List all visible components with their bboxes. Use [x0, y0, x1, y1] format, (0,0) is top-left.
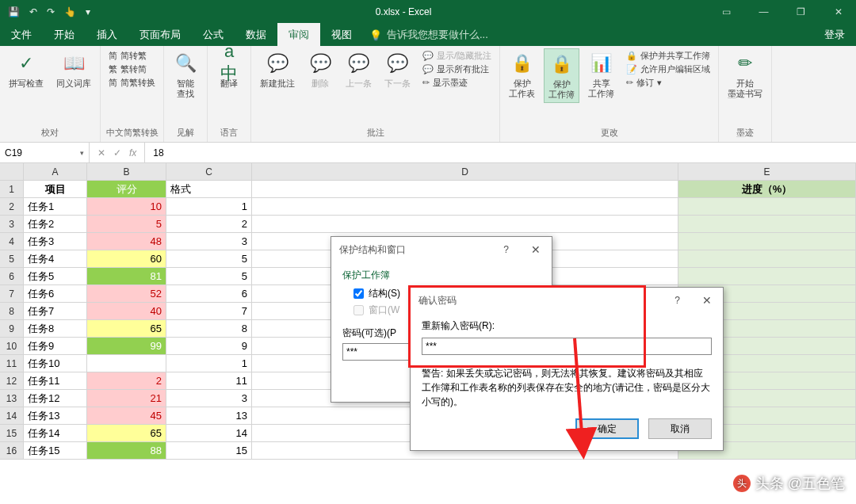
- tell-me[interactable]: 💡 告诉我您想要做什么...: [369, 28, 488, 42]
- close-icon[interactable]: ✕: [699, 294, 715, 307]
- row-header[interactable]: 8: [0, 303, 24, 320]
- protect-workbook-button[interactable]: 🔒保护 工作簿: [544, 48, 579, 103]
- redo-icon[interactable]: ↷: [47, 6, 55, 17]
- new-comment-button[interactable]: 💬新建批注: [256, 48, 299, 91]
- cell[interactable]: 任务4: [24, 250, 87, 268]
- cell[interactable]: 13: [166, 407, 252, 425]
- protect-share-button[interactable]: 🔒保护并共享工作簿: [626, 50, 710, 62]
- col-header-C[interactable]: C: [166, 163, 252, 181]
- row-header[interactable]: 9: [0, 320, 24, 338]
- cancel-button[interactable]: 取消: [648, 418, 712, 439]
- help-icon[interactable]: ?: [668, 295, 686, 306]
- allow-edit-button[interactable]: 📝允许用户编辑区域: [626, 63, 710, 75]
- cell[interactable]: 5: [166, 250, 252, 268]
- cell[interactable]: 任务13: [24, 407, 87, 425]
- row-header[interactable]: 11: [0, 355, 24, 372]
- cell[interactable]: 2: [166, 216, 252, 233]
- row-header[interactable]: 16: [0, 442, 24, 460]
- delete-comment-button[interactable]: 💬删除: [304, 48, 337, 91]
- col-header-A[interactable]: A: [24, 163, 87, 181]
- cancel-formula-icon[interactable]: ✕: [97, 147, 105, 158]
- track-changes-button[interactable]: ✏修订 ▾: [626, 77, 710, 89]
- cell[interactable]: 15: [166, 442, 252, 460]
- touch-icon[interactable]: 👆: [64, 6, 76, 17]
- cell[interactable]: 任务3: [24, 233, 87, 250]
- accept-formula-icon[interactable]: ✓: [113, 147, 121, 158]
- cell[interactable]: 14: [166, 425, 252, 442]
- cell[interactable]: 格式: [166, 181, 252, 198]
- cell[interactable]: 8: [166, 320, 252, 338]
- showall-comments-button[interactable]: 💬显示所有批注: [422, 63, 491, 75]
- cell[interactable]: 65: [87, 425, 166, 442]
- name-box[interactable]: C19: [0, 143, 90, 162]
- cell[interactable]: [678, 233, 856, 250]
- cell[interactable]: 3: [166, 233, 252, 250]
- cell[interactable]: 任务15: [24, 442, 87, 460]
- start-ink-button[interactable]: ✏开始 墨迹书写: [724, 48, 766, 101]
- confirm-password-input[interactable]: [422, 338, 712, 355]
- cell[interactable]: [252, 216, 678, 233]
- cell[interactable]: 1: [166, 198, 252, 216]
- cell[interactable]: 52: [87, 285, 166, 303]
- cell[interactable]: 任务5: [24, 268, 87, 285]
- tab-home[interactable]: 开始: [43, 23, 86, 47]
- cell[interactable]: 评分: [87, 181, 166, 198]
- cell[interactable]: 99: [87, 338, 166, 355]
- formula-input[interactable]: 18: [145, 147, 171, 158]
- tab-insert[interactable]: 插入: [86, 23, 128, 47]
- cell[interactable]: 81: [87, 268, 166, 285]
- row-header[interactable]: 6: [0, 268, 24, 285]
- cell[interactable]: 65: [87, 320, 166, 338]
- row-header[interactable]: 5: [0, 250, 24, 268]
- cell[interactable]: 5: [166, 268, 252, 285]
- cell[interactable]: 9: [166, 338, 252, 355]
- cell[interactable]: 进度（%）: [678, 181, 856, 198]
- row-header[interactable]: 15: [0, 425, 24, 442]
- minimize-icon[interactable]: —: [746, 0, 781, 24]
- cell[interactable]: 60: [87, 250, 166, 268]
- cell[interactable]: 21: [87, 390, 166, 407]
- maximize-icon[interactable]: ❐: [783, 0, 819, 24]
- cell[interactable]: 3: [166, 390, 252, 407]
- qat-dropdown-icon[interactable]: ▾: [86, 6, 90, 17]
- cell[interactable]: 7: [166, 303, 252, 320]
- row-header[interactable]: 3: [0, 216, 24, 233]
- fx-icon[interactable]: fx: [129, 147, 136, 158]
- cell[interactable]: 任务2: [24, 216, 87, 233]
- cell[interactable]: 48: [87, 233, 166, 250]
- cell[interactable]: 88: [87, 442, 166, 460]
- showhide-comment-button[interactable]: 💬显示/隐藏批注: [422, 50, 491, 62]
- trad-to-simp-button[interactable]: 繁繁转简: [109, 63, 155, 75]
- simp-to-trad-button[interactable]: 简简转繁: [109, 50, 155, 62]
- show-ink-button[interactable]: ✏显示墨迹: [422, 77, 491, 89]
- cell[interactable]: 1: [166, 355, 252, 372]
- row-header[interactable]: 4: [0, 233, 24, 250]
- cell[interactable]: [87, 355, 166, 372]
- thesaurus-button[interactable]: 📖同义词库: [52, 48, 95, 91]
- cell[interactable]: [252, 181, 678, 198]
- cell[interactable]: 40: [87, 303, 166, 320]
- cell[interactable]: 任务11: [24, 372, 87, 390]
- next-comment-button[interactable]: 💬下一条: [380, 48, 415, 91]
- cell[interactable]: 任务10: [24, 355, 87, 372]
- tab-view[interactable]: 视图: [320, 23, 363, 47]
- ribbon-options-icon[interactable]: ▭: [709, 0, 744, 24]
- share-workbook-button[interactable]: 📊共享 工作簿: [584, 48, 618, 101]
- cell[interactable]: 任务8: [24, 320, 87, 338]
- cell[interactable]: 45: [87, 407, 166, 425]
- login-link[interactable]: 登录: [813, 28, 856, 42]
- cell[interactable]: [678, 250, 856, 268]
- cell[interactable]: 项目: [24, 181, 87, 198]
- cell[interactable]: 11: [166, 372, 252, 390]
- tab-review[interactable]: 审阅: [277, 23, 320, 47]
- cell[interactable]: 任务7: [24, 303, 87, 320]
- undo-icon[interactable]: ↶: [29, 6, 37, 17]
- cell[interactable]: 2: [87, 372, 166, 390]
- cell[interactable]: 10: [87, 198, 166, 216]
- help-icon[interactable]: ?: [497, 244, 515, 255]
- close-icon[interactable]: ✕: [820, 0, 856, 24]
- spellcheck-button[interactable]: ✓拼写检查: [5, 48, 48, 91]
- row-header[interactable]: 14: [0, 407, 24, 425]
- cell[interactable]: [678, 198, 856, 216]
- tab-layout[interactable]: 页面布局: [128, 23, 192, 47]
